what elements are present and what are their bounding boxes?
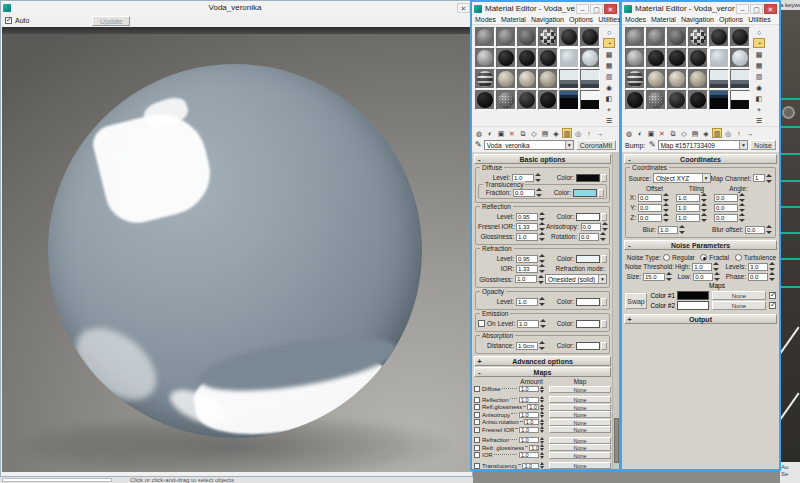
generate-preview-icon[interactable]: ◉ bbox=[753, 82, 765, 92]
map-amount-field[interactable]: 1.0 bbox=[519, 397, 539, 403]
map-enable-checkbox[interactable] bbox=[474, 452, 480, 458]
spinner[interactable] bbox=[766, 174, 773, 183]
material-sample-slot[interactable] bbox=[625, 90, 645, 110]
noise-color1-map-button[interactable]: None bbox=[712, 291, 766, 300]
reset-map-icon[interactable]: ✕ bbox=[657, 128, 667, 138]
spinner[interactable] bbox=[663, 193, 670, 202]
material-sample-slot[interactable] bbox=[496, 69, 516, 89]
map-button[interactable]: None bbox=[549, 426, 611, 433]
material-map-navigator-icon[interactable]: ☰ bbox=[753, 115, 765, 125]
spinner[interactable] bbox=[701, 203, 708, 212]
map-button[interactable]: None bbox=[549, 437, 611, 444]
material-name-dropdown[interactable]: Voda_veronika ▼ bbox=[484, 140, 574, 150]
refraction-color-map-button[interactable] bbox=[601, 255, 607, 263]
sample-type-icon[interactable]: ○ bbox=[603, 27, 615, 37]
show-end-result-icon[interactable]: ◎ bbox=[723, 128, 733, 138]
make-material-copy-icon[interactable]: ⧉ bbox=[518, 128, 528, 138]
noise-low-field[interactable]: 0.0 bbox=[693, 273, 713, 281]
map-enable-checkbox[interactable] bbox=[474, 445, 480, 451]
pick-material-eyedropper-icon[interactable]: ✎ bbox=[649, 141, 656, 149]
map-enable-checkbox[interactable] bbox=[474, 412, 480, 418]
emission-on-checkbox[interactable] bbox=[478, 320, 485, 327]
search-keyword-field[interactable]: a keywor bbox=[780, 0, 800, 10]
material-sample-slot[interactable] bbox=[688, 69, 708, 89]
scrollbar[interactable] bbox=[612, 152, 619, 469]
map-enable-checkbox[interactable] bbox=[474, 386, 480, 392]
material-sample-slot[interactable] bbox=[646, 90, 666, 110]
menu-options[interactable]: Options bbox=[569, 16, 593, 23]
spinner[interactable] bbox=[540, 444, 547, 451]
blur-offset-field[interactable]: 0.0 bbox=[745, 226, 765, 234]
put-to-library-icon[interactable]: ▤ bbox=[540, 128, 550, 138]
spinner[interactable] bbox=[602, 222, 609, 231]
spinner[interactable] bbox=[539, 297, 546, 306]
assign-material-to-selection-icon[interactable]: ▣ bbox=[496, 128, 506, 138]
translucency-color-swatch[interactable] bbox=[573, 189, 597, 197]
spinner[interactable] bbox=[540, 319, 547, 328]
material-sample-slot[interactable] bbox=[580, 27, 600, 47]
close-button[interactable]: ✕ bbox=[764, 4, 777, 14]
options-icon[interactable]: ◧ bbox=[753, 93, 765, 103]
emission-color-swatch[interactable] bbox=[576, 320, 600, 328]
spinner[interactable] bbox=[713, 262, 720, 271]
axis-tiling-field[interactable]: 1.0 bbox=[676, 204, 700, 212]
map-amount-field[interactable]: 1.0 bbox=[522, 463, 539, 469]
material-sample-slot[interactable] bbox=[559, 27, 579, 47]
video-color-check-icon[interactable]: ▥ bbox=[603, 71, 615, 81]
spinner[interactable] bbox=[540, 426, 547, 433]
noise-size-field[interactable]: 15.0 bbox=[643, 273, 665, 281]
go-forward-to-sibling-icon[interactable]: → bbox=[745, 128, 755, 138]
menu-modes[interactable]: Modes bbox=[625, 16, 646, 23]
material-sample-slot[interactable] bbox=[559, 48, 579, 68]
spinner[interactable] bbox=[540, 386, 547, 393]
put-material-to-scene-icon[interactable]: ◐ bbox=[485, 128, 495, 138]
opacity-color-map-button[interactable] bbox=[601, 298, 607, 306]
show-map-in-viewport-icon[interactable]: ▥ bbox=[562, 128, 572, 138]
material-sample-slot[interactable] bbox=[559, 90, 579, 110]
spinner[interactable] bbox=[539, 341, 546, 350]
reflection-level-field[interactable]: 0.95 bbox=[516, 213, 538, 221]
refraction-ior-field[interactable]: 1.33 bbox=[516, 265, 538, 273]
map-amount-field[interactable]: 1.0 bbox=[519, 452, 539, 458]
spinner[interactable] bbox=[539, 232, 546, 241]
sample-type-icon[interactable]: ○ bbox=[753, 27, 765, 37]
render-window-titlebar[interactable]: Voda_veronika ✕ bbox=[1, 1, 472, 14]
noise-type-regular-radio[interactable] bbox=[663, 254, 670, 261]
generate-preview-icon[interactable]: ◉ bbox=[603, 82, 615, 92]
video-color-check-icon[interactable]: ▥ bbox=[753, 71, 765, 81]
source-dropdown[interactable]: Object XYZ ▼ bbox=[653, 173, 711, 183]
map-enable-checkbox[interactable] bbox=[474, 437, 480, 443]
material-map-navigator-icon[interactable]: ☰ bbox=[603, 115, 615, 125]
make-material-copy-icon[interactable]: ⧉ bbox=[668, 128, 678, 138]
menu-navigation[interactable]: Navigation bbox=[681, 16, 714, 23]
noise-color1-swatch[interactable] bbox=[677, 291, 709, 300]
make-unique-icon[interactable]: ◇ bbox=[529, 128, 539, 138]
material-sample-slot[interactable] bbox=[496, 27, 516, 47]
menu-navigation[interactable]: Navigation bbox=[531, 16, 564, 23]
show-end-result-icon[interactable]: ◎ bbox=[573, 128, 583, 138]
map-enable-checkbox[interactable] bbox=[474, 404, 480, 410]
map-name-dropdown[interactable]: Map #1571733409 ▼ bbox=[658, 140, 748, 150]
map-type-button[interactable]: Noise bbox=[750, 140, 776, 150]
material-sample-slot[interactable] bbox=[625, 48, 645, 68]
absorption-color-map-button[interactable] bbox=[601, 342, 607, 350]
refraction-glossiness-field[interactable]: 1.0 bbox=[515, 275, 537, 283]
spinner[interactable] bbox=[701, 193, 708, 202]
reflection-glossiness-field[interactable]: 1.0 bbox=[516, 233, 538, 241]
backlight-icon[interactable]: ◔ bbox=[603, 38, 615, 48]
diffuse-color-swatch[interactable] bbox=[576, 174, 600, 182]
material-sample-slot[interactable] bbox=[730, 69, 750, 89]
rollout-maps[interactable]: - Maps bbox=[474, 367, 611, 377]
material-id-channel-icon[interactable]: ◈ bbox=[551, 128, 561, 138]
maximize-button[interactable]: ▢ bbox=[750, 4, 763, 14]
axis-tiling-field[interactable]: 1.0 bbox=[676, 194, 700, 202]
material-sample-slot[interactable] bbox=[496, 90, 516, 110]
material-sample-slot[interactable] bbox=[688, 27, 708, 47]
close-button[interactable]: ✕ bbox=[604, 4, 617, 14]
material-sample-slot[interactable] bbox=[730, 90, 750, 110]
minimize-button[interactable]: – bbox=[576, 4, 589, 14]
me2-titlebar[interactable]: Material Editor - Voda_veronika – ▢ ✕ bbox=[622, 2, 779, 15]
map-amount-field[interactable]: 1.0 bbox=[519, 412, 539, 418]
axis-angle-field[interactable]: 0.0 bbox=[714, 214, 738, 222]
material-sample-slot[interactable] bbox=[667, 27, 687, 47]
